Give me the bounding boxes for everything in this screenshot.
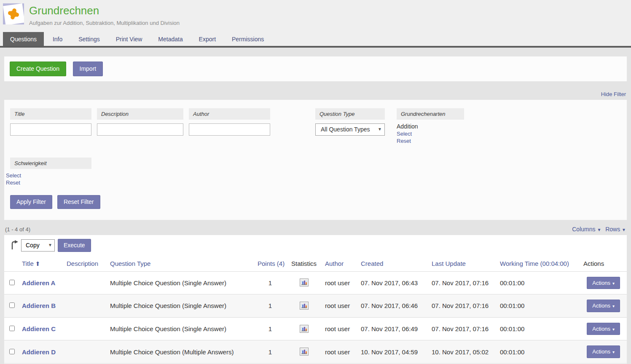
caret-down-icon: ▾	[612, 304, 615, 308]
question-table: Copy ▼ Execute Title⬆ Description Questi…	[4, 235, 627, 364]
working-time-cell: 00:01:00	[497, 317, 581, 340]
author-cell: root user	[322, 317, 358, 340]
question-type-select[interactable]: All Question Types	[315, 123, 385, 136]
rows-menu[interactable]: Rows ▼	[605, 226, 626, 233]
points-cell: 1	[255, 317, 285, 340]
created-cell: 10. Nov 2017, 04:59	[358, 340, 429, 364]
header-author[interactable]: Author	[322, 256, 358, 272]
tab-print-view[interactable]: Print View	[109, 32, 150, 46]
row-actions-button[interactable]: Actions▾	[587, 277, 620, 289]
header-created[interactable]: Created	[358, 256, 429, 272]
question-title-link[interactable]: Addieren D	[22, 348, 56, 356]
points-cell: 1	[255, 340, 285, 364]
page-title: Grundrechnen	[29, 4, 180, 17]
page-header: Grundrechnen Aufgaben zur Addition, Subt…	[0, 0, 631, 32]
tab-bar: Questions Info Settings Print View Metad…	[0, 32, 631, 48]
arrow-up-right-icon	[10, 240, 19, 250]
author-cell: root user	[322, 340, 358, 364]
header-description[interactable]: Description	[64, 256, 107, 272]
working-time-cell: 00:01:00	[497, 340, 581, 364]
row-checkbox[interactable]	[9, 280, 15, 285]
created-cell: 07. Nov 2017, 06:43	[358, 271, 429, 294]
bar-chart-icon[interactable]	[300, 302, 309, 310]
filter-author-input[interactable]	[189, 123, 270, 136]
question-type-cell: Multiple Choice Question (Single Answer)	[107, 294, 255, 318]
created-cell: 07. Nov 2017, 06:46	[358, 294, 429, 318]
columns-menu[interactable]: Columns ▼	[572, 226, 601, 233]
bulk-action-select-top[interactable]: Copy	[21, 239, 55, 252]
filter-question-type-label: Question Type	[315, 108, 385, 120]
bar-chart-icon[interactable]	[300, 325, 309, 333]
schwierigkeit-reset-link[interactable]: Reset	[6, 179, 91, 186]
sort-asc-icon[interactable]: ⬆	[35, 260, 40, 267]
header-question-type[interactable]: Question Type	[107, 256, 255, 272]
last-update-cell: 07. Nov 2017, 07:16	[429, 317, 497, 340]
question-title-link[interactable]: Addieren B	[22, 302, 56, 309]
created-cell: 07. Nov 2017, 06:49	[358, 317, 429, 340]
row-actions-button[interactable]: Actions▾	[587, 345, 620, 358]
bar-chart-icon[interactable]	[300, 348, 309, 356]
tab-settings[interactable]: Settings	[71, 32, 107, 46]
row-checkbox[interactable]	[9, 302, 15, 308]
filter-title-label: Title	[10, 108, 91, 120]
tab-questions[interactable]: Questions	[3, 32, 44, 46]
filter-field-title: Title	[10, 108, 91, 136]
row-checkbox[interactable]	[9, 326, 15, 331]
question-type-cell: Multiple Choice Question (Single Answer)	[107, 317, 255, 340]
filter-description-input[interactable]	[97, 123, 183, 136]
puzzle-icon	[3, 3, 24, 24]
author-cell: root user	[322, 294, 358, 318]
tab-export[interactable]: Export	[192, 32, 223, 46]
question-title-link[interactable]: Addieren C	[22, 325, 56, 332]
filter-field-author: Author	[189, 108, 270, 136]
last-update-cell: 10. Nov 2017, 05:02	[429, 340, 497, 364]
result-range-top: (1 - 4 of 4)	[5, 226, 30, 233]
points-cell: 1	[255, 294, 285, 318]
header-last-update[interactable]: Last Update	[429, 256, 497, 272]
header-title[interactable]: Title⬆	[19, 256, 64, 272]
row-actions-button[interactable]: Actions▾	[587, 300, 620, 312]
header-actions: Actions	[581, 256, 627, 272]
filter-title-input[interactable]	[10, 123, 91, 136]
working-time-cell: 00:01:00	[497, 294, 581, 318]
caret-down-icon: ▾	[612, 281, 615, 286]
filter-field-description: Description	[97, 108, 183, 136]
tab-permissions[interactable]: Permissions	[225, 32, 271, 46]
tab-metadata[interactable]: Metadata	[151, 32, 190, 46]
question-type-cell: Multiple Choice Question (Single Answer)	[107, 271, 255, 294]
table-row: Addieren D Multiple Choice Question (Mul…	[4, 340, 627, 364]
grundrechenarten-select-link[interactable]: Select	[397, 131, 464, 137]
filter-field-grundrechenarten: Grundrechenarten Addition Select Reset	[397, 108, 464, 144]
header-working-time[interactable]: Working Time (00:04:00)	[497, 256, 581, 272]
filter-panel: Title Description Author Question Type A…	[4, 100, 627, 220]
filter-author-label: Author	[189, 108, 270, 120]
question-type-cell: Multiple Choice Question (Multiple Answe…	[107, 340, 255, 364]
import-button[interactable]: Import	[73, 62, 103, 76]
page-subtitle: Aufgaben zur Addition, Subtraktion, Mult…	[29, 20, 180, 26]
table-header-row: Title⬆ Description Question Type Points …	[4, 256, 627, 272]
bulk-bar-top: Copy ▼ Execute	[4, 235, 627, 256]
bar-chart-icon[interactable]	[300, 278, 309, 286]
table-row: Addieren C Multiple Choice Question (Sin…	[4, 317, 627, 340]
question-title-link[interactable]: Addieren A	[22, 279, 55, 286]
tab-info[interactable]: Info	[46, 32, 70, 46]
header-points[interactable]: Points (4)	[255, 256, 285, 272]
filter-grundrechenarten-label: Grundrechenarten	[397, 108, 464, 120]
filter-description-label: Description	[97, 108, 183, 120]
table-row: Addieren A Multiple Choice Question (Sin…	[4, 271, 627, 294]
grundrechenarten-value: Addition	[397, 123, 464, 130]
header-statistics: Statistics	[285, 256, 322, 272]
row-checkbox[interactable]	[9, 349, 15, 354]
author-cell: root user	[322, 271, 358, 294]
schwierigkeit-select-link[interactable]: Select	[6, 172, 91, 179]
hide-filter-link[interactable]: Hide Filter	[601, 91, 626, 97]
apply-filter-button[interactable]: Apply Filter	[10, 195, 52, 209]
caret-down-icon: ▼	[622, 228, 626, 232]
create-question-button[interactable]: Create Question	[10, 62, 66, 76]
reset-filter-button[interactable]: Reset Filter	[57, 195, 100, 209]
filter-field-question-type: Question Type All Question Types ▼	[315, 108, 385, 136]
execute-button-top[interactable]: Execute	[58, 239, 91, 252]
grundrechenarten-reset-link[interactable]: Reset	[397, 138, 464, 144]
row-actions-button[interactable]: Actions▾	[587, 323, 620, 335]
filter-field-schwierigkeit: Schwierigkeit Select Reset	[10, 158, 91, 186]
